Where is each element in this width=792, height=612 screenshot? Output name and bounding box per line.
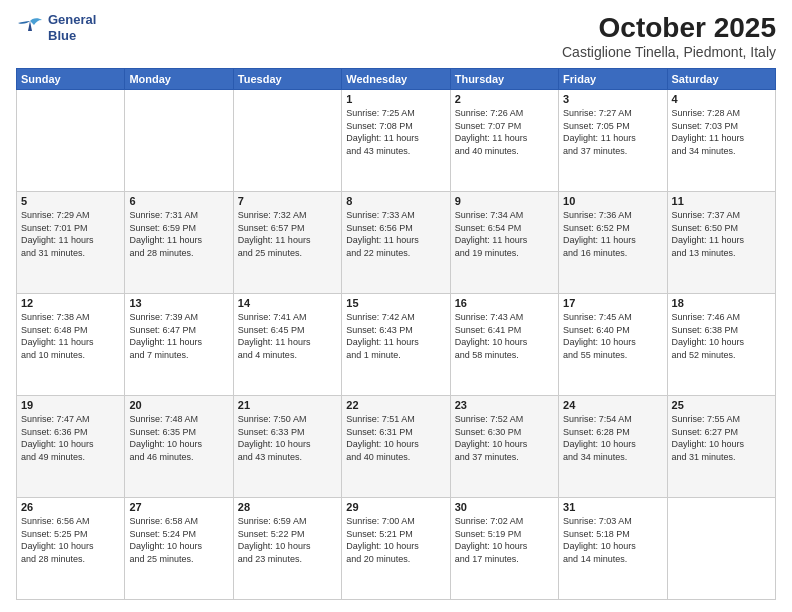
calendar-cell: 7Sunrise: 7:32 AM Sunset: 6:57 PM Daylig… [233, 192, 341, 294]
cell-info: Sunrise: 7:36 AM Sunset: 6:52 PM Dayligh… [563, 209, 662, 259]
weekday-header-saturday: Saturday [667, 69, 775, 90]
page: General Blue October 2025 Castiglione Ti… [0, 0, 792, 612]
weekday-header-sunday: Sunday [17, 69, 125, 90]
cell-info: Sunrise: 6:59 AM Sunset: 5:22 PM Dayligh… [238, 515, 337, 565]
calendar-cell: 10Sunrise: 7:36 AM Sunset: 6:52 PM Dayli… [559, 192, 667, 294]
cell-info: Sunrise: 7:50 AM Sunset: 6:33 PM Dayligh… [238, 413, 337, 463]
header: General Blue October 2025 Castiglione Ti… [16, 12, 776, 60]
calendar-cell: 14Sunrise: 7:41 AM Sunset: 6:45 PM Dayli… [233, 294, 341, 396]
logo: General Blue [16, 12, 96, 43]
cell-info: Sunrise: 7:45 AM Sunset: 6:40 PM Dayligh… [563, 311, 662, 361]
cell-day-number: 17 [563, 297, 662, 309]
cell-day-number: 11 [672, 195, 771, 207]
calendar-cell: 8Sunrise: 7:33 AM Sunset: 6:56 PM Daylig… [342, 192, 450, 294]
calendar-cell: 1Sunrise: 7:25 AM Sunset: 7:08 PM Daylig… [342, 90, 450, 192]
cell-info: Sunrise: 7:00 AM Sunset: 5:21 PM Dayligh… [346, 515, 445, 565]
cell-day-number: 4 [672, 93, 771, 105]
cell-day-number: 6 [129, 195, 228, 207]
cell-day-number: 8 [346, 195, 445, 207]
calendar-week-5: 26Sunrise: 6:56 AM Sunset: 5:25 PM Dayli… [17, 498, 776, 600]
calendar-cell [233, 90, 341, 192]
calendar-cell: 23Sunrise: 7:52 AM Sunset: 6:30 PM Dayli… [450, 396, 558, 498]
month-title: October 2025 [562, 12, 776, 44]
calendar-cell: 12Sunrise: 7:38 AM Sunset: 6:48 PM Dayli… [17, 294, 125, 396]
calendar-cell [17, 90, 125, 192]
calendar-cell: 25Sunrise: 7:55 AM Sunset: 6:27 PM Dayli… [667, 396, 775, 498]
cell-info: Sunrise: 7:02 AM Sunset: 5:19 PM Dayligh… [455, 515, 554, 565]
calendar-cell: 24Sunrise: 7:54 AM Sunset: 6:28 PM Dayli… [559, 396, 667, 498]
cell-info: Sunrise: 7:43 AM Sunset: 6:41 PM Dayligh… [455, 311, 554, 361]
title-block: October 2025 Castiglione Tinella, Piedmo… [562, 12, 776, 60]
calendar-cell: 5Sunrise: 7:29 AM Sunset: 7:01 PM Daylig… [17, 192, 125, 294]
cell-day-number: 23 [455, 399, 554, 411]
calendar-cell: 27Sunrise: 6:58 AM Sunset: 5:24 PM Dayli… [125, 498, 233, 600]
calendar-cell: 11Sunrise: 7:37 AM Sunset: 6:50 PM Dayli… [667, 192, 775, 294]
calendar-cell: 9Sunrise: 7:34 AM Sunset: 6:54 PM Daylig… [450, 192, 558, 294]
cell-day-number: 27 [129, 501, 228, 513]
cell-info: Sunrise: 7:32 AM Sunset: 6:57 PM Dayligh… [238, 209, 337, 259]
cell-info: Sunrise: 7:41 AM Sunset: 6:45 PM Dayligh… [238, 311, 337, 361]
logo-text: General Blue [48, 12, 96, 43]
cell-day-number: 30 [455, 501, 554, 513]
cell-day-number: 18 [672, 297, 771, 309]
cell-info: Sunrise: 7:39 AM Sunset: 6:47 PM Dayligh… [129, 311, 228, 361]
cell-info: Sunrise: 6:58 AM Sunset: 5:24 PM Dayligh… [129, 515, 228, 565]
calendar-cell: 4Sunrise: 7:28 AM Sunset: 7:03 PM Daylig… [667, 90, 775, 192]
calendar-cell: 16Sunrise: 7:43 AM Sunset: 6:41 PM Dayli… [450, 294, 558, 396]
calendar-week-3: 12Sunrise: 7:38 AM Sunset: 6:48 PM Dayli… [17, 294, 776, 396]
cell-day-number: 22 [346, 399, 445, 411]
cell-day-number: 26 [21, 501, 120, 513]
cell-day-number: 19 [21, 399, 120, 411]
cell-day-number: 2 [455, 93, 554, 105]
calendar-cell: 30Sunrise: 7:02 AM Sunset: 5:19 PM Dayli… [450, 498, 558, 600]
cell-day-number: 13 [129, 297, 228, 309]
cell-info: Sunrise: 7:26 AM Sunset: 7:07 PM Dayligh… [455, 107, 554, 157]
cell-day-number: 20 [129, 399, 228, 411]
cell-info: Sunrise: 7:46 AM Sunset: 6:38 PM Dayligh… [672, 311, 771, 361]
weekday-header-wednesday: Wednesday [342, 69, 450, 90]
cell-day-number: 9 [455, 195, 554, 207]
cell-info: Sunrise: 7:34 AM Sunset: 6:54 PM Dayligh… [455, 209, 554, 259]
cell-info: Sunrise: 7:31 AM Sunset: 6:59 PM Dayligh… [129, 209, 228, 259]
cell-day-number: 12 [21, 297, 120, 309]
calendar-week-2: 5Sunrise: 7:29 AM Sunset: 7:01 PM Daylig… [17, 192, 776, 294]
weekday-header-thursday: Thursday [450, 69, 558, 90]
calendar-week-1: 1Sunrise: 7:25 AM Sunset: 7:08 PM Daylig… [17, 90, 776, 192]
calendar-table: SundayMondayTuesdayWednesdayThursdayFrid… [16, 68, 776, 600]
calendar-cell: 3Sunrise: 7:27 AM Sunset: 7:05 PM Daylig… [559, 90, 667, 192]
calendar-cell: 31Sunrise: 7:03 AM Sunset: 5:18 PM Dayli… [559, 498, 667, 600]
cell-day-number: 21 [238, 399, 337, 411]
calendar-week-4: 19Sunrise: 7:47 AM Sunset: 6:36 PM Dayli… [17, 396, 776, 498]
calendar-cell: 18Sunrise: 7:46 AM Sunset: 6:38 PM Dayli… [667, 294, 775, 396]
calendar-cell: 17Sunrise: 7:45 AM Sunset: 6:40 PM Dayli… [559, 294, 667, 396]
cell-info: Sunrise: 7:29 AM Sunset: 7:01 PM Dayligh… [21, 209, 120, 259]
calendar-cell: 19Sunrise: 7:47 AM Sunset: 6:36 PM Dayli… [17, 396, 125, 498]
cell-info: Sunrise: 7:33 AM Sunset: 6:56 PM Dayligh… [346, 209, 445, 259]
weekday-header-monday: Monday [125, 69, 233, 90]
cell-day-number: 15 [346, 297, 445, 309]
cell-day-number: 29 [346, 501, 445, 513]
cell-info: Sunrise: 7:03 AM Sunset: 5:18 PM Dayligh… [563, 515, 662, 565]
cell-day-number: 14 [238, 297, 337, 309]
cell-day-number: 3 [563, 93, 662, 105]
calendar-cell: 26Sunrise: 6:56 AM Sunset: 5:25 PM Dayli… [17, 498, 125, 600]
cell-day-number: 7 [238, 195, 337, 207]
cell-day-number: 31 [563, 501, 662, 513]
cell-day-number: 25 [672, 399, 771, 411]
calendar-cell: 29Sunrise: 7:00 AM Sunset: 5:21 PM Dayli… [342, 498, 450, 600]
cell-info: Sunrise: 7:28 AM Sunset: 7:03 PM Dayligh… [672, 107, 771, 157]
cell-day-number: 24 [563, 399, 662, 411]
cell-info: Sunrise: 7:42 AM Sunset: 6:43 PM Dayligh… [346, 311, 445, 361]
calendar-cell [667, 498, 775, 600]
calendar-cell: 21Sunrise: 7:50 AM Sunset: 6:33 PM Dayli… [233, 396, 341, 498]
cell-info: Sunrise: 7:55 AM Sunset: 6:27 PM Dayligh… [672, 413, 771, 463]
calendar-cell: 6Sunrise: 7:31 AM Sunset: 6:59 PM Daylig… [125, 192, 233, 294]
logo-line2: Blue [48, 28, 96, 44]
logo-line1: General [48, 12, 96, 28]
logo-icon [16, 17, 44, 39]
calendar-cell: 22Sunrise: 7:51 AM Sunset: 6:31 PM Dayli… [342, 396, 450, 498]
calendar-cell [125, 90, 233, 192]
calendar-cell: 2Sunrise: 7:26 AM Sunset: 7:07 PM Daylig… [450, 90, 558, 192]
cell-info: Sunrise: 7:52 AM Sunset: 6:30 PM Dayligh… [455, 413, 554, 463]
weekday-header-tuesday: Tuesday [233, 69, 341, 90]
